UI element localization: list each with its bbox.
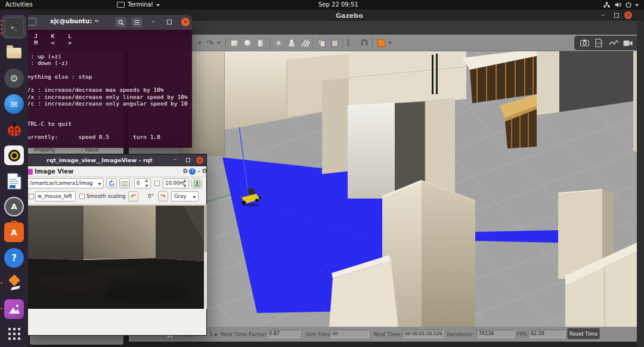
- smooth-scaling-label: Smooth scaling: [86, 193, 125, 199]
- steps-value[interactable]: 1: [209, 331, 213, 337]
- image-viewer-icon: [4, 299, 24, 319]
- rotate-right-button[interactable]: ↷: [158, 191, 168, 202]
- a-circle-icon: A: [4, 197, 24, 216]
- clock[interactable]: Sep 22 09:51: [318, 1, 358, 9]
- image-view-toolbar-1: /smartcar/camera1/imag 0 10.00m: [25, 177, 206, 190]
- dock-item-files[interactable]: [4, 43, 24, 63]
- dock-item-debug-bug[interactable]: [4, 120, 24, 140]
- image-scrollbar[interactable]: [204, 205, 207, 309]
- activities-button[interactable]: Activities: [5, 1, 33, 9]
- plugin-dock-button[interactable]: D: [183, 168, 187, 174]
- terminal-maximize-button[interactable]: [167, 20, 172, 24]
- fps-label: FPS:: [517, 331, 528, 337]
- rtf-label: Real Time Factor:: [221, 331, 267, 337]
- chevron-down-icon: [193, 196, 196, 199]
- refresh-topics-button[interactable]: [106, 178, 117, 188]
- system-menu-chevron-icon[interactable]: [635, 4, 639, 7]
- publish-click-checkbox[interactable]: [29, 194, 34, 199]
- rtf-value: 0.87: [267, 330, 300, 338]
- fps-value: 62.59: [528, 330, 565, 338]
- dock-item-settings[interactable]: ⚙: [4, 69, 24, 88]
- rqt-maximize-button[interactable]: [186, 158, 190, 162]
- system-topbar: Activities Terminal Sep 22 09:51: [0, 0, 644, 10]
- colormap-selector[interactable]: Gray: [171, 191, 199, 202]
- help-icon: ?: [4, 248, 24, 268]
- gazebo-right-border: [637, 21, 644, 347]
- zoom-spinbox[interactable]: 0: [134, 178, 151, 188]
- gear-icon: ⚙: [4, 69, 24, 88]
- image-view-toolbar-2: w_mouse_left Smooth scaling ↶ 0° ↷ Gray: [25, 190, 206, 203]
- terminal-titlebar[interactable]: xjc@ubuntu: ~ – ✕: [18, 15, 192, 30]
- show-apps-grid-icon: [4, 324, 24, 343]
- plugin-help-button[interactable]: ?: [189, 168, 196, 175]
- terminal-window: xjc@ubuntu: ~ – ✕ J K L M < > t : up (+z…: [18, 15, 192, 148]
- dock-item-app-a-circle[interactable]: A: [4, 197, 24, 216]
- orange-diamond-icon: [4, 274, 24, 293]
- plugin-minimize-button[interactable]: -: [198, 168, 200, 174]
- image-view-plugin-header[interactable]: Image View D ? - O: [25, 166, 206, 177]
- files-icon: [4, 43, 24, 63]
- terminal-title: xjc@ubuntu: ~: [18, 18, 131, 24]
- rotate-left-button[interactable]: ↶: [128, 191, 138, 202]
- power-icon[interactable]: [626, 2, 631, 10]
- desktop: Gazebo – ✕ ↷ ☀: [0, 0, 644, 347]
- volume-icon[interactable]: [615, 2, 621, 10]
- dock-item-thunderbird[interactable]: ✉: [4, 94, 24, 114]
- smooth-scaling-checkbox[interactable]: [79, 194, 85, 199]
- sim-time-label: Sim Time:: [306, 331, 333, 337]
- dynamic-range-checkbox[interactable]: [154, 181, 160, 186]
- network-icon[interactable]: [603, 2, 610, 10]
- dock-item-ubuntu-software[interactable]: A: [4, 222, 24, 242]
- reset-time-button[interactable]: Reset Time: [567, 328, 600, 339]
- rqt-titlebar[interactable]: rqt_image_view__ImageView - rqt – ✕: [25, 154, 206, 166]
- terminal-icon: >_: [4, 17, 24, 37]
- camera-image: [27, 205, 204, 309]
- iterations-label: Iterations:: [447, 331, 474, 337]
- mouse-topic-field[interactable]: w_mouse_left: [35, 191, 76, 202]
- snapshot-button[interactable]: [119, 178, 130, 188]
- ladybug-icon: [4, 120, 24, 140]
- rqt-minimize-button[interactable]: –: [174, 156, 177, 162]
- speaker-icon: [4, 145, 24, 165]
- thunderbird-icon: ✉: [4, 94, 24, 114]
- real-time-label: Real Time:: [374, 331, 402, 337]
- save-image-button[interactable]: [191, 178, 202, 188]
- dock-item-show-applications[interactable]: [4, 324, 24, 343]
- terminal-search-button[interactable]: [115, 17, 126, 27]
- app-menu[interactable]: Terminal: [128, 1, 153, 9]
- terminal-close-button[interactable]: ✕: [181, 18, 190, 26]
- app-menu-icon: [117, 2, 125, 8]
- dock-item-terminal[interactable]: >_: [4, 17, 24, 37]
- writer-document-icon: [4, 171, 24, 191]
- dock-item-libreoffice-writer[interactable]: [4, 171, 24, 191]
- rqt-window: rqt_image_view__ImageView - rqt – ✕ Imag…: [24, 154, 207, 336]
- dock-item-help[interactable]: ?: [4, 248, 24, 268]
- sim-time-value: 00 00:01:14.134: [330, 330, 369, 338]
- terminal-output: J K L M < > t : up (+z) b : down (-z) an…: [18, 30, 192, 141]
- dock: >_ ⚙ ✉ A A: [0, 10, 28, 347]
- rqt-window-title: rqt_image_view__ImageView - rqt: [25, 157, 174, 163]
- chevron-down-icon: [98, 183, 101, 185]
- dock-item-image-viewer[interactable]: [4, 299, 24, 319]
- terminal-body[interactable]: J K L M < > t : up (+z) b : down (-z) an…: [18, 30, 192, 148]
- real-time-value: 00 00:01:26.126: [402, 330, 444, 338]
- ubuntu-software-icon: A: [4, 222, 24, 242]
- dock-item-music-speaker[interactable]: [4, 145, 24, 165]
- dock-item-draw-tool[interactable]: [4, 274, 24, 293]
- rqt-close-button[interactable]: ✕: [196, 157, 203, 164]
- image-view-plugin-title: Image View: [35, 168, 73, 175]
- plugin-close-button[interactable]: O: [202, 168, 207, 174]
- rotation-value: 0°: [148, 193, 154, 199]
- iterations-value: 74134: [476, 330, 515, 338]
- terminal-menu-icon[interactable]: [131, 17, 143, 27]
- app-menu-chevron-icon: [156, 4, 160, 7]
- topic-selector[interactable]: /smartcar/camera1/imag: [27, 178, 104, 188]
- steps-chevron-icon[interactable]: [214, 334, 218, 336]
- max-range-spinbox[interactable]: 10.00m: [163, 178, 189, 188]
- terminal-minimize-button[interactable]: –: [151, 17, 155, 25]
